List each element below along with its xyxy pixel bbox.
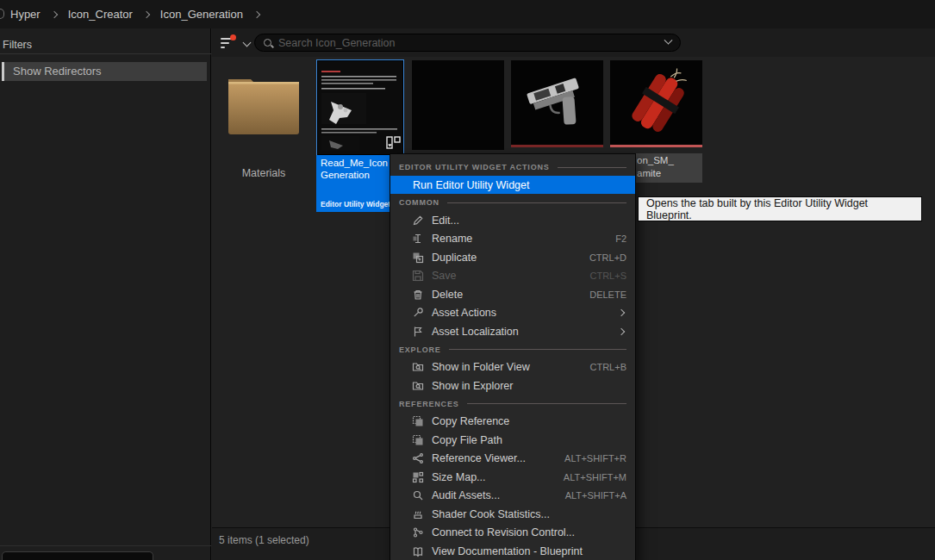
menu-item-connect-to-revision-control[interactable]: Connect to Revision Control...: [390, 524, 635, 543]
menu-section-explore: EXPLORE: [390, 341, 635, 358]
asset-tile-2[interactable]: [412, 60, 504, 150]
menu-section-common: COMMON: [390, 194, 635, 211]
magnifier-icon: [412, 489, 424, 501]
filter-button[interactable]: [221, 35, 241, 51]
menu-item-delete[interactable]: Delete DELETE: [390, 285, 635, 304]
menu-item-show-in-folder-view[interactable]: Show in Folder View CTRL+B: [390, 358, 635, 377]
chevron-right-icon: [253, 10, 260, 17]
folder-tile-materials[interactable]: Materials: [224, 69, 303, 181]
asset-context-menu: EDITOR UTILITY WIDGET ACTIONS Run Editor…: [390, 153, 636, 560]
shader-cook-icon: [412, 508, 424, 520]
asset-name-line2: Generation: [321, 170, 400, 182]
flag-icon: [412, 326, 424, 338]
filters-title: Filters: [3, 39, 32, 51]
folder-label: Materials: [224, 167, 303, 179]
size-map-icon: [412, 471, 424, 483]
revision-control-icon: [412, 526, 424, 538]
documentation-icon: [412, 545, 424, 557]
clipped-label-line1: on_SM_: [637, 154, 674, 167]
item-count-label: 5 items (1 selected): [219, 534, 309, 546]
asset-tile-read-me-icon-generation[interactable]: [316, 59, 404, 156]
menu-item-show-in-explorer[interactable]: Show in Explorer: [390, 376, 635, 395]
breadcrumb-item-hyper[interactable]: Hyper: [10, 8, 41, 21]
folder-explorer-icon: [412, 380, 424, 392]
submenu-chevron-icon: [618, 328, 625, 335]
breadcrumb-item-icon-generation[interactable]: Icon_Generation: [160, 8, 243, 21]
pencil-icon: [412, 215, 424, 227]
menu-item-audit-assets[interactable]: Audit Assets... ALT+SHIFT+A: [390, 487, 635, 506]
asset-type-color-bar: [610, 145, 702, 147]
menu-section-references: REFERENCES: [390, 395, 635, 413]
folder-icon: [224, 128, 303, 142]
menu-item-run-editor-utility-widget[interactable]: Run Editor Utility Widget: [390, 176, 635, 194]
content-drawer-edge[interactable]: [2, 551, 153, 560]
divider: [0, 53, 211, 54]
duplicate-icon: [412, 252, 424, 264]
submenu-chevron-icon: [618, 309, 625, 316]
menu-item-asset-localization[interactable]: Asset Localization: [390, 322, 635, 341]
chevron-right-icon: [50, 10, 57, 17]
folder-view-icon: [412, 361, 424, 373]
menu-item-asset-actions[interactable]: Asset Actions: [390, 304, 635, 323]
breadcrumb-item-icon-creator[interactable]: Icon_Creator: [68, 8, 133, 21]
search-icon: [264, 39, 271, 47]
menu-item-duplicate[interactable]: Duplicate CTRL+D: [390, 248, 635, 267]
save-icon: [412, 270, 424, 282]
menu-item-save: Save CTRL+S: [390, 267, 635, 286]
menu-item-size-map[interactable]: Size Map... ALT+SHIFT+M: [390, 468, 635, 487]
trash-icon: [412, 289, 424, 301]
clipped-label-line2: amite: [637, 167, 674, 180]
breadcrumb: Hyper Icon_Creator Icon_Generation: [0, 0, 935, 28]
asset-tile-dynamite[interactable]: [610, 60, 702, 147]
tooltip: Opens the tab built by this Editor Utili…: [638, 196, 922, 221]
rename-icon: [412, 233, 424, 245]
asset-name-line1: Read_Me_Icon: [321, 158, 400, 170]
menu-item-shader-cook-statistics[interactable]: Shader Cook Statistics...: [390, 505, 635, 524]
chevron-down-icon[interactable]: [664, 36, 673, 45]
search-input[interactable]: [278, 37, 665, 49]
chevron-down-icon[interactable]: [243, 39, 252, 47]
tooltip-text: Opens the tab built by this Editor Utili…: [646, 197, 913, 221]
filters-panel: Filters Show Redirectors: [0, 28, 211, 560]
wrench-icon: [412, 307, 424, 319]
editor-utility-widget-icon: [386, 136, 401, 152]
asset-type-label: Editor Utility Widget: [321, 200, 390, 208]
filter-show-redirectors[interactable]: Show Redirectors: [2, 62, 207, 81]
menu-section-widget-actions: EDITOR UTILITY WIDGET ACTIONS: [390, 159, 635, 176]
asset-tile-pistol[interactable]: [511, 60, 603, 147]
chevron-right-icon: [143, 10, 150, 17]
menu-item-rename[interactable]: Rename F2: [390, 230, 635, 249]
filter-active-badge: [230, 34, 236, 40]
copy-icon: [412, 415, 424, 427]
reference-graph-icon: [412, 452, 424, 464]
menu-item-reference-viewer[interactable]: Reference Viewer... ALT+SHIFT+R: [390, 450, 635, 469]
asset-type-color-bar: [511, 145, 603, 147]
copy-icon: [412, 434, 424, 446]
menu-item-copy-reference[interactable]: Copy Reference: [390, 413, 635, 432]
menu-item-copy-file-path[interactable]: Copy File Path: [390, 431, 635, 450]
divider: [0, 545, 211, 546]
content-toolbar: [212, 28, 935, 57]
search-bar: [254, 34, 681, 52]
menu-item-edit[interactable]: Edit...: [390, 211, 635, 230]
menu-item-view-documentation[interactable]: View Documentation - Blueprint: [390, 542, 635, 560]
